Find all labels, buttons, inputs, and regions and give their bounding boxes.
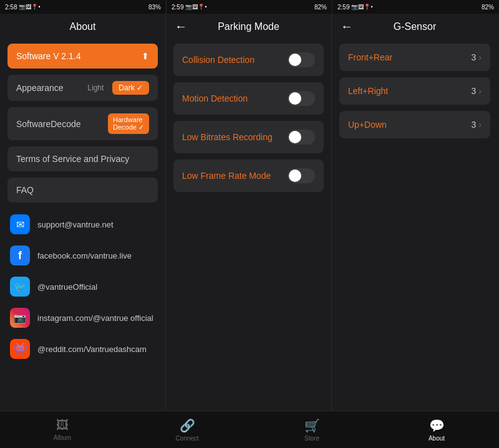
store-icon: 🛒 bbox=[304, 418, 320, 433]
collision-detection-toggle[interactable] bbox=[288, 52, 315, 67]
parking-header: ← Parking Mode bbox=[166, 14, 331, 39]
up-down-value: 3 bbox=[472, 120, 477, 130]
appearance-row: Appearance Light Dark ✓ bbox=[7, 75, 158, 101]
motion-detection-label: Motion Detection bbox=[182, 93, 248, 103]
parking-content: Collision Detection Motion Detection Low… bbox=[166, 39, 331, 411]
bottom-nav: 🖼 Album 🔗 Connect 🛒 Store 💬 About bbox=[0, 411, 499, 448]
social-email[interactable]: ✉ support@vantrue.net bbox=[7, 209, 158, 240]
software-version-label: Software V 2.1.4 bbox=[16, 51, 81, 61]
connect-icon: 🔗 bbox=[180, 418, 195, 433]
decode-label: SoftwareDecode bbox=[16, 119, 81, 129]
facebook-icon: f bbox=[10, 245, 30, 265]
software-version-button[interactable]: Software V 2.1.4 ⬆ bbox=[7, 44, 158, 69]
appearance-light[interactable]: Light bbox=[81, 81, 110, 95]
front-rear-chevron-icon: › bbox=[478, 52, 482, 62]
battery-gsensor: 82% bbox=[482, 4, 494, 11]
gsensor-content: Front+Rear 3 › Left+Right 3 › Up+Down 3 … bbox=[332, 39, 498, 411]
upload-icon: ⬆ bbox=[142, 51, 149, 61]
left-right-value-group: 3 › bbox=[472, 86, 482, 96]
about-title: About bbox=[70, 21, 96, 32]
decode-options: HardwareDecode ✓ bbox=[108, 113, 149, 134]
battery-parking: 82% bbox=[314, 4, 327, 11]
reddit-icon: 👾 bbox=[10, 339, 30, 359]
low-frame-rate-toggle[interactable] bbox=[288, 168, 315, 183]
front-rear-row[interactable]: Front+Rear 3 › bbox=[339, 44, 490, 71]
about-content: Software V 2.1.4 ⬆ Appearance Light Dark… bbox=[0, 39, 165, 411]
email-label: support@vantrue.net bbox=[37, 220, 114, 229]
gsensor-header: ← G-Sensor bbox=[332, 14, 498, 39]
about-header: About bbox=[0, 14, 165, 39]
time-parking: 2:59 bbox=[172, 4, 183, 11]
faq-label: FAQ bbox=[16, 185, 34, 195]
left-right-label: Left+Right bbox=[348, 86, 388, 96]
faq-menu-item[interactable]: FAQ bbox=[7, 178, 158, 203]
about-panel: About Software V 2.1.4 ⬆ Appearance Ligh… bbox=[0, 14, 166, 411]
instagram-icon: 📷 bbox=[10, 308, 30, 328]
about-nav-label: About bbox=[429, 435, 445, 442]
album-icon: 🖼 bbox=[56, 418, 69, 432]
social-twitter[interactable]: 🐦 @vantrueOfficial bbox=[7, 271, 158, 302]
social-instagram[interactable]: 📷 instagram.com/@vantrue official bbox=[7, 302, 158, 333]
decode-row: SoftwareDecode HardwareDecode ✓ bbox=[7, 107, 158, 140]
twitter-label: @vantrueOfficial bbox=[37, 282, 97, 292]
front-rear-value: 3 bbox=[472, 52, 477, 62]
low-bitrates-toggle[interactable] bbox=[288, 130, 315, 145]
status-icons-gsensor: 📷🖼📍• bbox=[351, 4, 372, 10]
about-icon: 💬 bbox=[429, 418, 445, 433]
front-rear-label: Front+Rear bbox=[348, 52, 392, 62]
motion-detection-toggle[interactable] bbox=[288, 91, 315, 106]
reddit-label: @reddit.com/Vantruedashcam bbox=[37, 345, 147, 354]
up-down-label: Up+Down bbox=[348, 120, 387, 130]
album-label: Album bbox=[54, 434, 71, 441]
gsensor-back-button[interactable]: ← bbox=[341, 19, 353, 34]
up-down-row[interactable]: Up+Down 3 › bbox=[339, 111, 490, 138]
low-bitrates-row: Low Bitrates Recording bbox=[173, 121, 324, 153]
appearance-options: Light Dark ✓ bbox=[81, 81, 149, 95]
low-frame-rate-label: Low Frame Rate Mode bbox=[182, 171, 271, 181]
left-right-chevron-icon: › bbox=[478, 86, 482, 96]
twitter-icon: 🐦 bbox=[10, 277, 30, 297]
parking-title: Parking Mode bbox=[218, 21, 279, 32]
parking-panel: ← Parking Mode Collision Detection Motio… bbox=[166, 14, 332, 411]
up-down-chevron-icon: › bbox=[478, 120, 482, 130]
status-icons-parking: 📷🖼📍• bbox=[185, 4, 206, 10]
left-right-row[interactable]: Left+Right 3 › bbox=[339, 77, 490, 105]
collision-detection-row: Collision Detection bbox=[173, 44, 324, 76]
connect-label: Connect bbox=[175, 435, 198, 442]
gsensor-title: G-Sensor bbox=[394, 21, 436, 32]
instagram-label: instagram.com/@vantrue official bbox=[37, 313, 153, 323]
parking-back-button[interactable]: ← bbox=[175, 19, 187, 34]
low-frame-rate-row: Low Frame Rate Mode bbox=[173, 160, 324, 192]
email-icon: ✉ bbox=[10, 214, 30, 234]
collision-detection-label: Collision Detection bbox=[182, 55, 254, 65]
nav-store[interactable]: 🛒 Store bbox=[250, 418, 374, 442]
appearance-dark[interactable]: Dark ✓ bbox=[112, 81, 149, 95]
terms-label: Terms of Service and Privacy bbox=[16, 154, 129, 164]
social-facebook[interactable]: f facebook.com/vantrue.live bbox=[7, 240, 158, 271]
left-right-value: 3 bbox=[472, 86, 477, 96]
time-about: 2:58 bbox=[5, 4, 17, 11]
hardware-decode[interactable]: HardwareDecode ✓ bbox=[108, 113, 149, 134]
appearance-label: Appearance bbox=[16, 83, 64, 93]
facebook-label: facebook.com/vantrue.live bbox=[37, 251, 132, 260]
store-label: Store bbox=[304, 435, 319, 442]
nav-album[interactable]: 🖼 Album bbox=[0, 418, 125, 441]
gsensor-panel: ← G-Sensor Front+Rear 3 › Left+Right 3 ›… bbox=[332, 14, 498, 411]
nav-about[interactable]: 💬 About bbox=[374, 418, 499, 442]
battery-about: 83% bbox=[148, 4, 161, 11]
social-reddit[interactable]: 👾 @reddit.com/Vantruedashcam bbox=[7, 333, 158, 365]
terms-menu-item[interactable]: Terms of Service and Privacy bbox=[7, 146, 158, 171]
up-down-value-group: 3 › bbox=[472, 120, 482, 130]
motion-detection-row: Motion Detection bbox=[173, 82, 324, 115]
status-icons-about: 📷🖼📍• bbox=[19, 4, 40, 10]
time-gsensor: 2:59 bbox=[337, 4, 349, 11]
social-list: ✉ support@vantrue.net f facebook.com/van… bbox=[7, 209, 158, 365]
low-bitrates-label: Low Bitrates Recording bbox=[182, 132, 273, 142]
front-rear-value-group: 3 › bbox=[472, 52, 482, 62]
nav-connect[interactable]: 🔗 Connect bbox=[125, 418, 250, 442]
